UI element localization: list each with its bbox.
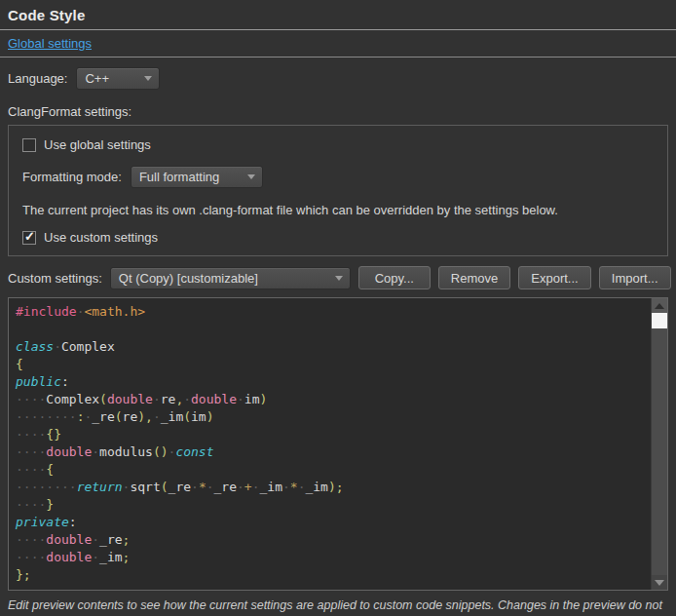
language-label: Language: bbox=[8, 71, 67, 86]
triangle-down-icon bbox=[655, 580, 664, 586]
formatting-mode-label: Formatting mode: bbox=[22, 170, 122, 184]
code-line: ····Complex(double·re,·double·im) bbox=[16, 391, 651, 408]
custom-settings-row: Custom settings: Qt (Copy) [customizable… bbox=[8, 266, 676, 289]
code-line: class·Complex bbox=[16, 338, 651, 356]
use-global-settings-checkbox-row[interactable]: Use global settings bbox=[22, 137, 667, 152]
footer-note: Edit preview contents to see how the cur… bbox=[8, 597, 668, 616]
code-style-settings-page: Code Style Global settings Language: C++… bbox=[0, 0, 676, 616]
chevron-down-icon bbox=[335, 276, 343, 281]
code-line bbox=[16, 321, 651, 338]
language-row: Language: C++ bbox=[8, 67, 676, 90]
code-line: ····} bbox=[16, 496, 651, 514]
clangformat-section-label: ClangFormat settings: bbox=[8, 104, 676, 119]
custom-settings-dropdown-value: Qt (Copy) [customizable] bbox=[119, 271, 258, 286]
use-global-settings-label: Use global settings bbox=[44, 137, 151, 152]
clangformat-groupbox: Use global settings Formatting mode: Ful… bbox=[8, 125, 668, 256]
code-line: ····{} bbox=[16, 426, 651, 443]
custom-settings-label: Custom settings: bbox=[8, 271, 102, 286]
formatting-mode-dropdown-value: Full formatting bbox=[139, 170, 219, 184]
title-separator bbox=[0, 29, 676, 30]
language-dropdown[interactable]: C++ bbox=[76, 67, 160, 90]
language-dropdown-value: C++ bbox=[85, 71, 109, 86]
clang-format-info-text: The current project has its own .clang-f… bbox=[22, 203, 667, 217]
import-button[interactable]: Import... bbox=[599, 266, 671, 289]
global-settings-link[interactable]: Global settings bbox=[8, 36, 92, 51]
use-global-settings-checkbox[interactable] bbox=[22, 138, 36, 152]
scrollbar-thumb[interactable] bbox=[652, 313, 667, 328]
scrollbar-track[interactable] bbox=[652, 328, 667, 575]
code-line: ····double·_re; bbox=[16, 531, 651, 549]
use-custom-settings-checkbox[interactable] bbox=[22, 231, 36, 245]
formatting-mode-dropdown[interactable]: Full formatting bbox=[131, 166, 263, 188]
scroll-down-button[interactable] bbox=[652, 575, 667, 590]
custom-settings-dropdown[interactable]: Qt (Copy) [customizable] bbox=[110, 267, 351, 289]
scroll-up-button[interactable] bbox=[652, 298, 667, 313]
page-title: Code Style bbox=[8, 7, 676, 23]
formatting-mode-row: Formatting mode: Full formatting bbox=[22, 166, 667, 188]
chevron-down-icon bbox=[144, 76, 152, 81]
code-lines[interactable]: #include·<math.h>class·Complex{public:··… bbox=[9, 303, 651, 590]
triangle-up-icon bbox=[655, 303, 664, 309]
remove-button[interactable]: Remove bbox=[438, 266, 510, 289]
code-line: ····double·modulus()·const bbox=[16, 443, 651, 461]
use-custom-settings-label: Use custom settings bbox=[44, 230, 158, 245]
chevron-down-icon bbox=[247, 174, 255, 179]
export-button[interactable]: Export... bbox=[518, 266, 590, 289]
code-line: ········return·sqrt(_re·*·_re·+·_im·*·_i… bbox=[16, 479, 651, 496]
code-line: public: bbox=[16, 373, 651, 391]
code-line: { bbox=[16, 356, 651, 373]
code-line: ····{ bbox=[16, 461, 651, 479]
vertical-scrollbar[interactable] bbox=[651, 298, 667, 590]
copy-button[interactable]: Copy... bbox=[358, 266, 431, 289]
code-preview-editor[interactable]: #include·<math.h>class·Complex{public:··… bbox=[8, 297, 668, 591]
code-line: ····double·_im; bbox=[16, 549, 651, 566]
code-line: ········:·_re(re),·_im(im) bbox=[16, 408, 651, 426]
link-separator bbox=[0, 57, 676, 58]
code-line: }; bbox=[16, 566, 651, 584]
code-line: private: bbox=[16, 514, 651, 531]
use-custom-settings-checkbox-row[interactable]: Use custom settings bbox=[22, 230, 667, 245]
code-line: #include·<math.h> bbox=[16, 303, 651, 321]
